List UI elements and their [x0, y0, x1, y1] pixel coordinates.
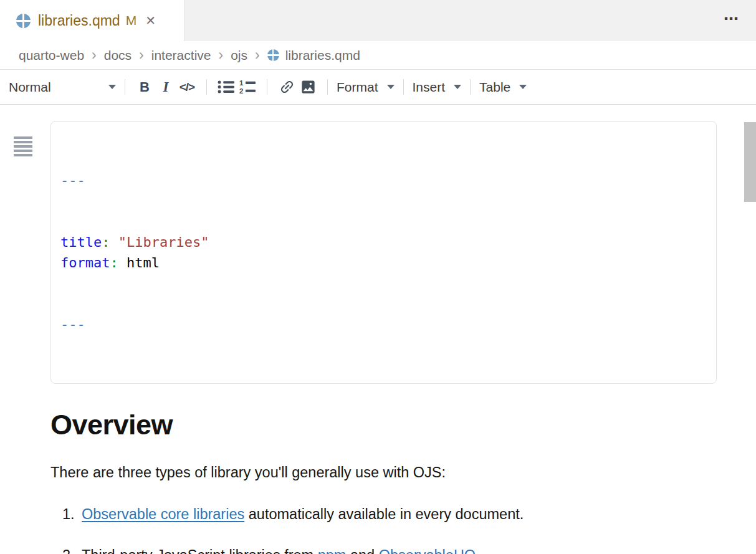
toolbar-divider — [267, 79, 267, 95]
yaml-entries: title: "Libraries"format: html — [60, 232, 707, 273]
formatting-toolbar: Normal B I </> 1 2 — [0, 69, 756, 105]
svg-text:2: 2 — [239, 87, 243, 95]
list-item-number: 2. — [62, 543, 82, 554]
insert-link-button[interactable] — [276, 75, 297, 99]
tab-bar: libraries.qmd M ✕ ⋯ — [0, 0, 756, 41]
toolbar-divider — [403, 79, 404, 95]
yaml-close-delimiter: --- — [60, 314, 707, 335]
bulleted-list-icon — [217, 79, 236, 95]
breadcrumb-item[interactable]: docs — [104, 48, 132, 63]
tab-title: libraries.qmd — [38, 12, 120, 29]
breadcrumb-separator-icon: › — [255, 47, 260, 64]
block-drag-handle-icon[interactable] — [14, 136, 32, 156]
list-item-text: Third-party JavaScript libraries from np… — [82, 543, 643, 554]
list-item: 2.Third-party JavaScript libraries from … — [62, 543, 756, 554]
table-menu-label: Table — [479, 80, 510, 95]
toolbar-divider — [470, 79, 471, 95]
breadcrumb-item[interactable]: libraries.qmd — [285, 48, 360, 63]
insert-menu-label: Insert — [413, 80, 446, 95]
quarto-file-icon — [16, 14, 31, 28]
breadcrumb-separator-icon: › — [92, 47, 97, 64]
vertical-scrollbar-thumb[interactable] — [744, 122, 756, 202]
doc-link[interactable]: npm — [318, 547, 347, 554]
list-item-number: 1. — [62, 502, 82, 527]
bold-button[interactable]: B — [134, 75, 155, 99]
numbered-list-icon: 1 2 — [238, 79, 257, 95]
link-icon — [279, 79, 295, 95]
toolbar-divider — [125, 79, 125, 95]
chevron-down-icon — [387, 85, 395, 89]
yaml-line: title: "Libraries" — [60, 232, 707, 252]
more-actions-icon[interactable]: ⋯ — [724, 11, 740, 26]
insert-menu[interactable]: Insert — [413, 80, 462, 95]
quarto-file-icon — [267, 49, 279, 61]
chevron-down-icon — [108, 85, 116, 89]
breadcrumb-item[interactable]: interactive — [151, 48, 211, 63]
toolbar-divider — [206, 79, 207, 95]
modified-badge: M — [126, 13, 137, 28]
intro-paragraph: There are three types of library you'll … — [50, 460, 643, 485]
ordered-list: 1.Observable core libraries automaticall… — [62, 502, 756, 554]
editor-canvas: --- title: "Libraries"format: html --- O… — [0, 121, 756, 554]
chevron-down-icon — [454, 85, 461, 89]
page-title: Overview — [50, 410, 756, 440]
paragraph-style-select[interactable]: Normal — [9, 80, 116, 95]
breadcrumb-item[interactable]: quarto-web — [19, 48, 84, 63]
chevron-down-icon — [519, 85, 527, 89]
yaml-front-matter-block[interactable]: --- title: "Libraries"format: html --- — [50, 121, 717, 384]
doc-link[interactable]: ObservableHQ — [379, 547, 476, 554]
toolbar-divider — [327, 79, 328, 95]
numbered-list-button[interactable]: 1 2 — [237, 75, 258, 99]
tab-libraries-qmd[interactable]: libraries.qmd M ✕ — [0, 0, 184, 41]
insert-image-button[interactable] — [297, 75, 318, 99]
breadcrumb-item[interactable]: ojs — [231, 48, 247, 63]
list-item-text: Observable core libraries automatically … — [82, 502, 643, 527]
bulleted-list-button[interactable] — [216, 75, 237, 99]
inline-code-button[interactable]: </> — [176, 75, 198, 99]
image-icon — [300, 79, 317, 95]
breadcrumb-separator-icon: › — [218, 47, 223, 64]
doc-link[interactable]: Observable core libraries — [82, 506, 244, 522]
breadcrumb: quarto-web›docs›interactive›ojs›librarie… — [0, 41, 756, 69]
breadcrumb-separator-icon: › — [139, 47, 144, 64]
close-tab-icon[interactable]: ✕ — [145, 14, 156, 27]
yaml-open-delimiter: --- — [60, 170, 707, 191]
svg-text:1: 1 — [239, 79, 244, 87]
italic-button[interactable]: I — [155, 75, 176, 99]
list-item: 1.Observable core libraries automaticall… — [62, 502, 756, 527]
format-menu-label: Format — [337, 80, 378, 95]
paragraph-style-value: Normal — [9, 80, 51, 95]
format-menu[interactable]: Format — [337, 80, 395, 95]
table-menu[interactable]: Table — [479, 80, 527, 95]
yaml-line: format: html — [60, 252, 707, 273]
